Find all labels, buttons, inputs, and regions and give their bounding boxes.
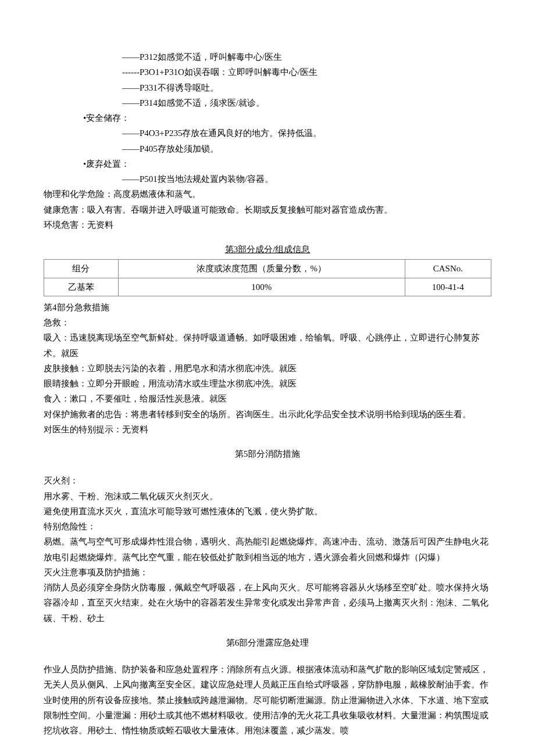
fire-line: 灭火剂： bbox=[44, 473, 491, 488]
composition-table: 组分 浓度或浓度范围（质量分数，%） CASNo. 乙基苯 100% 100-4… bbox=[44, 259, 491, 296]
phys-chem-hazard: 物理和化学危险：高度易燃液体和蒸气。 bbox=[44, 187, 491, 202]
storage-line: ——P405存放处须加锁。 bbox=[44, 141, 491, 156]
section-5-heading: 第5部分消防措施 bbox=[44, 446, 491, 461]
response-line: ——P314如感觉不适，须求医/就诊。 bbox=[44, 95, 491, 110]
col-concentration: 浓度或浓度范围（质量分数，%） bbox=[118, 260, 405, 278]
first-aid-line: 皮肤接触：立即脱去污染的衣着，用肥皂水和清水彻底冲洗。就医 bbox=[44, 361, 491, 376]
spill-paragraph: 作业人员防护措施、防护装备和应急处置程序：消除所有点火源。根据液体流动和蒸气扩散… bbox=[44, 662, 491, 738]
response-line: ------P3O1+P31O如误吞咽：立即呼叫解毒中心/医生 bbox=[44, 65, 491, 80]
storage-line: ——P4O3+P235存放在通风良好的地方。保持低温。 bbox=[44, 126, 491, 141]
first-aid-line: 急救： bbox=[44, 315, 491, 330]
response-line: ——P312如感觉不适，呼叫解毒中心/医生 bbox=[44, 49, 491, 65]
cell-concentration: 100% bbox=[118, 278, 405, 296]
storage-label: •安全储存： bbox=[44, 110, 491, 126]
fire-line: 易燃。蒸气与空气可形成爆炸性混合物，遇明火、高热能引起燃烧爆炸。高速冲击、流动、… bbox=[44, 534, 491, 565]
fire-line: 用水雾、干粉、泡沫或二氧化碳灭火剂灭火。 bbox=[44, 489, 491, 504]
col-component: 组分 bbox=[44, 260, 119, 278]
section-6-heading: 第6部分泄露应急处理 bbox=[44, 635, 491, 650]
first-aid-line: 对医生的特别提示：无资料 bbox=[44, 422, 491, 437]
fire-line: 特别危险性： bbox=[44, 519, 491, 534]
first-aid-line: 食入：漱口，不要催吐，给服活性炭悬液。就医 bbox=[44, 391, 491, 406]
table-row: 乙基苯 100% 100-41-4 bbox=[44, 278, 491, 296]
section-4-heading: 第4部分急救措施 bbox=[44, 300, 491, 315]
disposal-line: ——P501按当地法规处置内装物/容器。 bbox=[44, 171, 491, 187]
section-3-heading: 第3部分成分/组成信息 bbox=[44, 242, 491, 257]
fire-line: 灭火注意事项及防护措施： bbox=[44, 565, 491, 580]
health-hazard: 健康危害：吸入有害。吞咽并进入呼吸道可能致命。长期或反复接触可能对器官造成伤害。 bbox=[44, 202, 491, 217]
table-header-row: 组分 浓度或浓度范围（质量分数，%） CASNo. bbox=[44, 260, 491, 278]
response-line: ——P331不得诱导呕吐。 bbox=[44, 80, 491, 95]
first-aid-line: 吸入：迅速脱离现场至空气新鲜处。保持呼吸道通畅。如呼吸困难，给输氧。呼吸、心跳停… bbox=[44, 330, 491, 361]
disposal-label: •废弃处置： bbox=[44, 156, 491, 171]
env-hazard: 环境危害：无资料 bbox=[44, 217, 491, 232]
first-aid-line: 对保护施救者的忠告：将患者转移到安全的场所。咨询医生。出示此化学品安全技术说明书… bbox=[44, 407, 491, 422]
cell-component: 乙基苯 bbox=[44, 278, 119, 296]
col-cas: CASNo. bbox=[405, 260, 491, 278]
first-aid-line: 眼睛接触：立即分开眼睑，用流动清水或生理盐水彻底冲洗。就医 bbox=[44, 376, 491, 391]
fire-line: 避免使用直流水灭火，直流水可能导致可燃性液体的飞溅，使火势扩散。 bbox=[44, 504, 491, 519]
cell-cas: 100-41-4 bbox=[405, 278, 491, 296]
fire-line: 消防人员必须穿全身防火防毒服，佩戴空气呼吸器，在上风向灭火。尽可能将容器从火场移… bbox=[44, 580, 491, 626]
